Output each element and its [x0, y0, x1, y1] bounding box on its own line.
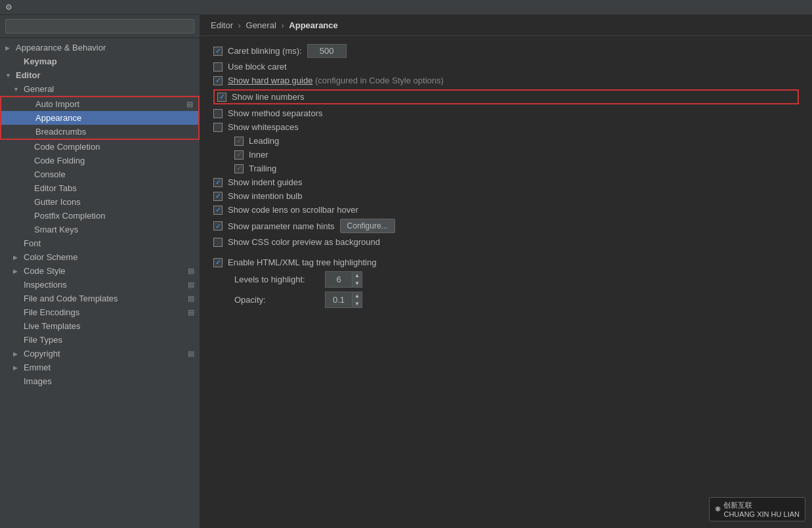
sidebar-item-label: Keymap	[24, 56, 194, 66]
title-bar: ⚙	[0, 0, 812, 15]
checkbox-trailing[interactable]	[234, 164, 244, 173]
spinner-opacity: ▲ ▼	[325, 292, 362, 308]
sidebar-item-editor[interactable]: Editor	[0, 68, 200, 82]
checkbox-show-css-color[interactable]	[213, 238, 223, 247]
checkbox-show-intention-bulb[interactable]	[213, 192, 223, 201]
setting-label-leading: Leading	[249, 136, 279, 146]
setting-label-show-parameter-hints: Show parameter name hints	[228, 221, 335, 231]
settings-icon: ⚙	[5, 3, 12, 12]
sidebar-item-gutter-icons[interactable]: Gutter Icons	[0, 195, 200, 209]
setting-row-show-parameter-hints: Show parameter name hints Configure...	[213, 219, 799, 233]
spinner-up-levels-to-highlight[interactable]: ▲	[353, 272, 362, 280]
sidebar-item-general[interactable]: General	[0, 82, 200, 96]
sidebar-item-label: Copyright	[24, 349, 188, 359]
checkbox-show-hard-wrap[interactable]	[213, 76, 223, 85]
setting-label-show-whitespaces: Show whitespaces	[228, 122, 299, 132]
expand-arrow	[13, 86, 24, 93]
checkbox-enable-html-xml[interactable]	[213, 258, 223, 267]
sidebar-item-label: Editor	[16, 70, 194, 80]
configure-button-show-parameter-hints[interactable]: Configure...	[340, 219, 395, 233]
breadcrumb-sep: ›	[236, 20, 244, 30]
setting-label-inner: Inner	[249, 150, 268, 160]
settings-icon-right: ▤	[188, 349, 194, 358]
sidebar-item-file-types[interactable]: File Types	[0, 333, 200, 347]
checkbox-caret-blinking[interactable]	[213, 47, 223, 56]
sidebar-item-appearance[interactable]: Appearance	[0, 111, 200, 125]
sidebar-item-label: Code Completion	[34, 142, 194, 152]
spinner-input-levels-to-highlight[interactable]	[326, 273, 352, 286]
sidebar-item-label: File Encodings	[24, 307, 188, 317]
breadcrumb-part: Editor	[211, 20, 233, 30]
setting-label-show-intention-bulb: Show intention bulb	[228, 191, 302, 201]
sidebar-item-code-completion[interactable]: Code Completion	[0, 140, 200, 154]
checkbox-show-indent-guides[interactable]	[213, 178, 223, 187]
setting-row-enable-html-xml: Enable HTML/XML tag tree highlighting	[213, 257, 799, 267]
spinner-input-opacity[interactable]	[326, 294, 352, 306]
checkbox-show-whitespaces[interactable]	[213, 123, 223, 132]
sidebar-item-images[interactable]: Images	[0, 374, 200, 388]
sidebar-item-code-style[interactable]: Code Style▤	[0, 264, 200, 278]
spinner-buttons-opacity: ▲ ▼	[352, 292, 362, 307]
spinner-up-opacity[interactable]: ▲	[353, 292, 362, 300]
sidebar-item-copyright[interactable]: Copyright▤	[0, 347, 200, 361]
sidebar-item-breadcrumbs[interactable]: Breadcrumbs	[0, 125, 200, 140]
setting-row-show-line-numbers: Show line numbers	[213, 89, 799, 104]
setting-row-use-block-caret: Use block caret	[213, 62, 799, 72]
sidebar-item-inspections[interactable]: Inspections▤	[0, 278, 200, 292]
sidebar-item-file-encodings[interactable]: File Encodings▤	[0, 305, 200, 319]
spinner-down-opacity[interactable]: ▼	[353, 300, 362, 308]
setting-row-show-method-separators: Show method separators	[213, 108, 799, 118]
sidebar-item-label: General	[24, 84, 194, 94]
section-gap	[213, 251, 799, 257]
checkbox-use-block-caret[interactable]	[213, 62, 223, 72]
expand-arrow	[5, 72, 16, 79]
setting-label-enable-html-xml: Enable HTML/XML tag tree highlighting	[228, 257, 376, 267]
expand-arrow	[5, 45, 16, 51]
sidebar-item-label: Editor Tabs	[34, 183, 194, 193]
sidebar-item-appearance-behavior[interactable]: Appearance & Behavior	[0, 41, 200, 55]
sidebar-item-keymap[interactable]: Keymap	[0, 55, 200, 68]
sidebar-item-label: Font	[24, 238, 194, 248]
sidebar-item-label: Inspections	[24, 280, 188, 290]
watermark-text: 创新互联CHUANG XIN HU LIAN	[723, 500, 800, 518]
checkbox-leading[interactable]	[234, 137, 244, 146]
settings-icon-right: ▤	[186, 100, 193, 108]
setting-label-levels-to-highlight: Levels to highlight:	[234, 275, 320, 284]
checkbox-show-method-separators[interactable]	[213, 109, 223, 118]
sidebar-item-font[interactable]: Font	[0, 236, 200, 250]
sidebar-item-smart-keys[interactable]: Smart Keys	[0, 223, 200, 236]
sidebar-item-label: File and Code Templates	[24, 294, 188, 303]
sidebar-item-label: Code Folding	[34, 156, 194, 165]
sidebar-item-label: Gutter Icons	[34, 197, 194, 207]
setting-label-show-line-numbers: Show line numbers	[232, 92, 305, 102]
checkbox-inner[interactable]	[234, 150, 244, 160]
sidebar-item-label: File Types	[24, 335, 194, 345]
settings-content: Caret blinking (ms): Use block caret Sho…	[200, 36, 812, 528]
expand-arrow	[13, 351, 24, 357]
sidebar-item-color-scheme[interactable]: Color Scheme	[0, 250, 200, 264]
checkbox-show-code-lens[interactable]	[213, 206, 223, 215]
sidebar-item-label: Breadcrumbs	[35, 127, 193, 137]
checkbox-show-parameter-hints[interactable]	[213, 221, 223, 231]
sidebar-item-auto-import[interactable]: Auto Import▤	[0, 96, 200, 111]
settings-icon-right: ▤	[188, 294, 194, 303]
input-caret-blinking[interactable]	[307, 44, 347, 58]
sidebar-item-label: Code Style	[24, 266, 188, 276]
sidebar-item-file-and-code-templates[interactable]: File and Code Templates▤	[0, 292, 200, 305]
sidebar-item-label: Appearance	[35, 113, 193, 123]
sidebar-tree: Appearance & BehaviorKeymapEditorGeneral…	[0, 38, 200, 528]
spinner-down-levels-to-highlight[interactable]: ▼	[353, 280, 362, 288]
setting-label-show-method-separators: Show method separators	[228, 108, 323, 118]
sidebar-item-postfix-completion[interactable]: Postfix Completion	[0, 209, 200, 223]
sidebar-item-live-templates[interactable]: Live Templates	[0, 319, 200, 333]
sidebar-item-label: Color Scheme	[24, 252, 194, 262]
sidebar-item-console[interactable]: Console	[0, 167, 200, 181]
search-input[interactable]	[5, 19, 194, 33]
sidebar-item-code-folding[interactable]: Code Folding	[0, 154, 200, 167]
checkbox-show-line-numbers[interactable]	[217, 93, 226, 102]
setting-row-show-css-color: Show CSS color preview as background	[213, 237, 799, 247]
setting-label-show-code-lens: Show code lens on scrollbar hover	[228, 205, 358, 215]
sidebar-item-editor-tabs[interactable]: Editor Tabs	[0, 181, 200, 195]
watermark: ❋ 创新互联CHUANG XIN HU LIAN	[709, 497, 805, 521]
sidebar-item-emmet[interactable]: Emmet	[0, 361, 200, 374]
